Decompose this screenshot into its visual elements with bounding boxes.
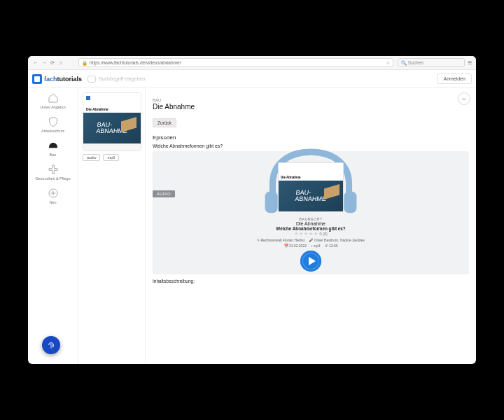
back-icon[interactable]: ← <box>32 59 39 66</box>
detail-pane: − BAU Die Abnahme Zurück Episoden Welche… <box>146 88 476 364</box>
collapse-button[interactable]: − <box>458 92 470 105</box>
thumbnail-column: Die Abnahme BAU-ABNAHME audio mp3 <box>78 88 146 364</box>
home-icon[interactable]: ⌂ <box>57 59 64 66</box>
episodes-heading: Episoden <box>153 134 469 141</box>
search-icon: 🔍 <box>401 60 407 66</box>
accessibility-fab[interactable] <box>42 336 60 354</box>
shield-icon <box>48 116 59 127</box>
site-search[interactable]: Suchbegriff eingeben <box>88 76 431 83</box>
browser-menu-icon[interactable]: ☰ <box>468 60 472 66</box>
back-button[interactable]: Zurück <box>153 118 176 127</box>
home-outline-icon <box>48 92 59 104</box>
sidebar-item-arbeitsschutz[interactable]: Arbeitsschutz <box>32 116 74 133</box>
login-button[interactable]: Anmelden <box>437 74 472 84</box>
sidebar: Unser Angebot Arbeitsschutz Bau Gesundhe… <box>28 88 78 364</box>
episode-title: Die Abnahme <box>153 221 469 226</box>
svg-rect-1 <box>265 191 278 213</box>
sidebar-item-neu[interactable]: Neu <box>32 188 74 204</box>
episode-question: Welche Abnahmeformen gibt es? <box>153 144 469 148</box>
browser-chrome: ← → ⟳ ⌂ 🔒 https://www.fachtutorials.de/v… <box>28 56 476 70</box>
format-mp3-button[interactable]: mp3 <box>103 154 119 161</box>
duration-label: ⏱ 12:50 <box>325 244 338 248</box>
category-eyebrow: BAU <box>153 98 469 102</box>
app-header: fachtutorials Suchbegriff eingeben Anmel… <box>28 70 476 88</box>
content-area: Die Abnahme BAU-ABNAHME audio mp3 − BAU … <box>78 88 476 364</box>
hardhat-icon <box>48 140 59 151</box>
rating-count: 0 (0) <box>320 232 328 236</box>
brand-logo[interactable]: fachtutorials <box>32 74 82 84</box>
thumb-header <box>83 93 141 106</box>
thumb-artwork: BAU-ABNAHME <box>83 113 141 144</box>
brand-mark-icon <box>32 74 42 84</box>
format-audio-button[interactable]: audio <box>83 154 100 161</box>
thumb-label: Die Abnahme <box>83 106 141 113</box>
format-label: ♪ mp3 <box>311 244 321 248</box>
browser-window: ← → ⟳ ⌂ 🔒 https://www.fachtutorials.de/v… <box>28 56 476 364</box>
page-title: Die Abnahme <box>153 103 469 111</box>
author-label: ✎ Rechtsanwalt Florian Herbst <box>257 238 304 242</box>
description-heading: Inhaltsbeschreibung: <box>153 279 469 284</box>
date-label: 📅 21.02.2022 <box>284 244 307 248</box>
svg-rect-2 <box>344 191 356 213</box>
main-area: Unser Angebot Arbeitsschutz Bau Gesundhe… <box>28 88 476 364</box>
browser-search[interactable]: 🔍 Suchen <box>398 58 465 67</box>
episode-card: AUDIO Die Abnahme BAU-ABNAHME <box>153 151 469 274</box>
episode-subtitle: Welche Abnahmeformen gibt es? <box>153 226 469 231</box>
rating-stars[interactable]: ★★★★★ <box>294 231 318 236</box>
speech-bubble-icon <box>88 76 96 83</box>
plus-circle-icon <box>48 188 59 199</box>
fingerprint-icon <box>46 340 56 350</box>
lock-icon: 🔒 <box>82 60 88 66</box>
sidebar-item-angebot[interactable]: Unser Angebot <box>32 92 74 109</box>
course-thumbnail[interactable]: Die Abnahme BAU-ABNAHME <box>83 92 141 151</box>
url-bar[interactable]: 🔒 https://www.fachtutorials.de/videos/ab… <box>78 58 393 67</box>
speaker-label: 🎤 Oliver Besthorn, Nadine Zeddies <box>309 238 365 242</box>
reload-icon[interactable]: ⟳ <box>49 59 56 66</box>
episode-artwork[interactable]: Die Abnahme BAU-ABNAHME <box>278 162 344 212</box>
play-button[interactable] <box>300 251 321 272</box>
episode-artwork-wrap: Die Abnahme BAU-ABNAHME <box>270 155 352 216</box>
url-text: https://www.fachtutorials.de/videos/abna… <box>90 60 386 65</box>
sidebar-item-bau[interactable]: Bau <box>32 140 74 157</box>
medical-cross-icon <box>48 164 59 175</box>
star-icon[interactable]: ☆ <box>386 60 390 66</box>
sidebar-item-gesundheit[interactable]: Gesundheit & Pflege <box>32 164 74 181</box>
audio-badge: AUDIO <box>153 190 175 197</box>
forward-icon[interactable]: → <box>41 59 48 66</box>
thumb-footer <box>83 144 141 150</box>
